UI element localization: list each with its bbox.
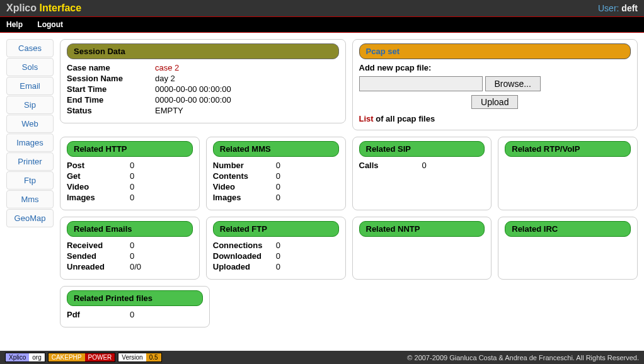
related-irc-panel: Related IRC bbox=[498, 217, 638, 280]
end-time-value: 0000-00-00 00:00:00 bbox=[155, 95, 231, 105]
brand-xplico: Xplico bbox=[6, 3, 37, 13]
http-video-label: Video bbox=[67, 182, 130, 191]
ftp-connections-value: 0 bbox=[276, 241, 289, 250]
related-http-panel: Related HTTP Post0 Get0 Video0 Images0 bbox=[60, 137, 200, 210]
add-pcap-label: Add new pcap file: bbox=[359, 63, 432, 72]
emails-unreaded-label: Unreaded bbox=[67, 262, 130, 271]
mms-video-value: 0 bbox=[276, 182, 289, 191]
emails-sended-label: Sended bbox=[67, 251, 130, 261]
sidebar-item-printer[interactable]: Printer bbox=[6, 152, 54, 171]
pcap-list-label: List of all pcap files bbox=[359, 114, 631, 123]
emails-received-label: Received bbox=[67, 241, 130, 250]
mms-video-label: Video bbox=[213, 182, 276, 191]
mms-contents-label: Contents bbox=[213, 171, 276, 181]
related-emails-panel: Related Emails Received0 Sended0 Unreade… bbox=[60, 217, 200, 280]
mms-images-label: Images bbox=[213, 193, 276, 202]
start-time-label: Start Time bbox=[67, 84, 155, 94]
http-post-value: 0 bbox=[130, 161, 142, 170]
related-nntp-panel: Related NNTP bbox=[352, 217, 492, 280]
mms-contents-value: 0 bbox=[276, 171, 289, 181]
printed-pdf-label: Pdf bbox=[67, 310, 130, 319]
case-name-label: Case name bbox=[67, 63, 155, 72]
mms-number-label: Number bbox=[213, 161, 276, 170]
brand-interface: Interface bbox=[39, 3, 81, 13]
related-nntp-title: Related NNTP bbox=[359, 221, 485, 237]
topbar: Xplico Interface User: deft bbox=[0, 0, 644, 16]
related-ftp-title: Related FTP bbox=[213, 221, 339, 237]
ftp-uploaded-label: Uploaded bbox=[213, 262, 276, 271]
start-time-value: 0000-00-00 00:00:00 bbox=[155, 84, 231, 94]
pcap-list-text: of all pcap files bbox=[374, 114, 435, 123]
mms-images-value: 0 bbox=[276, 193, 289, 202]
http-get-value: 0 bbox=[130, 171, 142, 181]
sidebar-item-ftp[interactable]: Ftp bbox=[6, 171, 54, 190]
sidebar-item-sip[interactable]: Sip bbox=[6, 96, 54, 114]
related-rtp-title: Related RTP/VoIP bbox=[505, 141, 631, 157]
http-images-label: Images bbox=[67, 193, 130, 202]
emails-unreaded-value: 0/0 bbox=[130, 262, 142, 271]
user-name: deft bbox=[621, 3, 638, 13]
related-ftp-panel: Related FTP Connections0 Downloaded0 Upl… bbox=[206, 217, 346, 280]
sidebar-item-mms[interactable]: Mms bbox=[6, 190, 54, 208]
pcap-list-link[interactable]: List bbox=[359, 114, 374, 123]
sidebar-item-sols[interactable]: Sols bbox=[6, 58, 54, 76]
ftp-downloaded-value: 0 bbox=[276, 251, 289, 261]
ftp-connections-label: Connections bbox=[213, 241, 276, 250]
ftp-downloaded-label: Downloaded bbox=[213, 251, 276, 261]
brand: Xplico Interface bbox=[6, 3, 81, 14]
status-label: Status bbox=[67, 106, 155, 115]
session-name-label: Session Name bbox=[67, 74, 155, 83]
printed-pdf-value: 0 bbox=[130, 310, 142, 319]
user-label: User: bbox=[598, 3, 619, 13]
status-value: EMPTY bbox=[155, 106, 183, 115]
ftp-uploaded-value: 0 bbox=[276, 262, 289, 271]
pcap-set-title: Pcap set bbox=[359, 43, 631, 59]
menu-help[interactable]: Help bbox=[6, 20, 23, 29]
case-name-value: case 2 bbox=[155, 63, 179, 72]
sidebar-item-email[interactable]: Email bbox=[6, 77, 54, 95]
emails-received-value: 0 bbox=[130, 241, 142, 250]
menu-logout[interactable]: Logout bbox=[37, 20, 63, 29]
menubar: Help Logout bbox=[0, 16, 644, 33]
http-video-value: 0 bbox=[130, 182, 142, 191]
http-images-value: 0 bbox=[130, 193, 142, 202]
sidebar-item-geomap[interactable]: GeoMap bbox=[6, 209, 54, 227]
end-time-label: End Time bbox=[67, 95, 155, 105]
session-data-panel: Session Data Case namecase 2 Session Nam… bbox=[60, 39, 346, 123]
mms-number-value: 0 bbox=[276, 161, 289, 170]
sip-calls-value: 0 bbox=[422, 161, 435, 170]
related-mms-panel: Related MMS Number0 Contents0 Video0 Ima… bbox=[206, 137, 346, 210]
sip-calls-label: Calls bbox=[359, 161, 422, 170]
related-sip-panel: Related SIP Calls0 bbox=[352, 137, 492, 210]
session-name-value: day 2 bbox=[155, 74, 175, 83]
related-rtp-panel: Related RTP/VoIP bbox=[498, 137, 638, 210]
related-printed-panel: Related Printed files Pdf0 bbox=[60, 286, 210, 327]
sidebar-item-cases[interactable]: Cases bbox=[6, 39, 54, 57]
related-sip-title: Related SIP bbox=[359, 141, 485, 157]
http-get-label: Get bbox=[67, 171, 130, 181]
sidebar-item-web[interactable]: Web bbox=[6, 115, 54, 133]
emails-sended-value: 0 bbox=[130, 251, 142, 261]
user-info: User: deft bbox=[598, 3, 638, 13]
related-http-title: Related HTTP bbox=[67, 141, 193, 157]
related-irc-title: Related IRC bbox=[505, 221, 631, 237]
session-data-title: Session Data bbox=[67, 43, 339, 59]
sidebar-item-images[interactable]: Images bbox=[6, 134, 54, 152]
sidebar: Cases Sols Email Sip Web Images Printer … bbox=[6, 39, 54, 227]
pcap-file-input[interactable] bbox=[359, 76, 483, 91]
browse-button[interactable]: Browse... bbox=[485, 76, 541, 91]
http-post-label: Post bbox=[67, 161, 130, 170]
pcap-set-panel: Pcap set Add new pcap file: Browse... Up… bbox=[352, 39, 638, 130]
upload-button[interactable]: Upload bbox=[471, 95, 518, 109]
related-emails-title: Related Emails bbox=[67, 221, 193, 237]
related-printed-title: Related Printed files bbox=[67, 290, 203, 306]
related-mms-title: Related MMS bbox=[213, 141, 339, 157]
